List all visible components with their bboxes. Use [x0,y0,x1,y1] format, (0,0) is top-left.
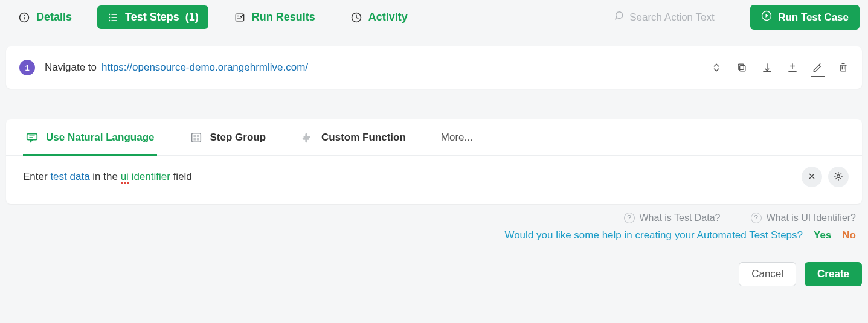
tab-details-label: Details [36,11,72,24]
composer-tab-step-group[interactable]: Step Group [187,127,269,156]
nl-text-field: field [173,171,192,182]
nl-text-in-the: in the [92,171,118,182]
info-icon [18,11,30,24]
composer-tab-custom-function[interactable]: Custom Function [298,127,408,156]
search-input[interactable] [629,11,732,24]
help-yes-link[interactable]: Yes [814,229,831,241]
grid-icon [190,131,203,144]
svg-rect-36 [193,135,196,137]
step-description: Navigate to https://opensource-demo.oran… [45,62,700,74]
tab-activity[interactable]: Activity [341,5,417,29]
nl-text-enter: Enter [23,171,48,182]
create-button[interactable]: Create [805,262,862,286]
svg-rect-38 [193,138,196,141]
help-test-data-label: What is Test Data? [640,213,721,223]
reorder-icon[interactable] [710,61,723,74]
svg-marker-18 [766,14,769,18]
run-test-case-button[interactable]: Run Test Case [750,5,860,30]
help-what-is-test-data[interactable]: ? What is Test Data? [624,213,721,223]
trash-icon[interactable] [837,61,850,74]
help-no-link[interactable]: No [842,229,856,241]
play-icon [761,10,772,24]
search-icon [614,10,626,25]
tab-test-steps[interactable]: Test Steps (1) [97,5,208,29]
top-tab-bar: Details Test Steps (1) Run Results Activ… [0,0,868,36]
svg-point-15 [616,12,623,19]
composer-tab-group-label: Step Group [210,132,266,144]
ui-identifier-placeholder-part2[interactable]: identifier [132,171,170,182]
step-action-toolbar [710,61,850,74]
close-icon [807,171,817,183]
composer-footer-buttons: Cancel Create [0,241,868,286]
run-button-label: Run Test Case [778,11,849,24]
gear-icon [833,171,844,184]
tab-steps-count: (1) [185,11,199,24]
svg-line-14 [356,18,358,19]
question-icon: ? [751,213,762,223]
tab-results-label: Run Results [252,11,315,24]
edit-icon[interactable] [811,61,825,74]
ui-identifier-placeholder-part1[interactable]: ui [121,171,129,182]
clock-icon [350,11,362,24]
composer-tab-more[interactable]: More... [439,128,475,155]
svg-point-7 [109,19,110,21]
test-step-row[interactable]: 1 Navigate to https://opensource-demo.or… [6,46,862,89]
composer-tab-bar: Use Natural Language Step Group Custom F… [6,119,862,156]
step-number-badge: 1 [19,60,35,75]
svg-line-26 [819,63,821,65]
composer-tab-custom-label: Custom Function [321,132,406,144]
cancel-button[interactable]: Cancel [739,262,796,286]
svg-rect-32 [27,134,37,140]
step-url[interactable]: https://opensource-demo.orangehrmlive.co… [101,62,308,74]
svg-line-16 [615,18,617,19]
svg-point-2 [24,14,25,16]
help-suggestion-text: Would you like some help in creating you… [504,229,803,241]
chat-icon [25,131,39,144]
puzzle-icon [301,131,314,144]
question-icon: ? [624,213,635,223]
svg-rect-39 [196,138,199,141]
svg-rect-35 [191,133,201,142]
list-icon [107,11,119,24]
composer-tab-nl-label: Use Natural Language [46,132,155,144]
tab-activity-label: Activity [368,11,408,24]
search-action-text[interactable] [614,10,735,25]
copy-icon[interactable] [735,61,748,74]
clear-step-button[interactable] [802,167,822,187]
help-what-is-ui-identifier[interactable]: ? What is UI Identifier? [751,213,857,223]
results-icon [234,11,246,24]
test-data-placeholder[interactable]: test data [50,171,89,182]
svg-rect-19 [740,66,745,71]
tab-run-results[interactable]: Run Results [224,5,325,29]
new-step-composer: Use Natural Language Step Group Custom F… [6,119,862,204]
help-links-row: ? What is Test Data? ? What is UI Identi… [0,204,868,225]
composer-tab-natural-language[interactable]: Use Natural Language [23,127,157,156]
tab-steps-label: Test Steps [125,11,179,24]
help-suggestion-row: Would you like some help in creating you… [0,225,868,241]
step-verb: Navigate to [45,62,97,74]
composer-tab-more-label: More... [441,132,473,144]
help-ui-identifier-label: What is UI Identifier? [767,213,857,223]
svg-rect-37 [196,135,199,137]
svg-point-42 [837,174,840,177]
svg-point-3 [109,13,110,14]
svg-rect-20 [738,64,744,69]
svg-point-5 [109,16,110,18]
step-settings-button[interactable] [828,167,849,187]
tab-details[interactable]: Details [8,5,82,29]
insert-below-icon[interactable] [786,61,799,74]
nl-step-input[interactable]: Enter test data in the ui identifier fie… [23,171,192,183]
insert-above-icon[interactable] [760,61,774,74]
svg-rect-28 [841,65,846,71]
